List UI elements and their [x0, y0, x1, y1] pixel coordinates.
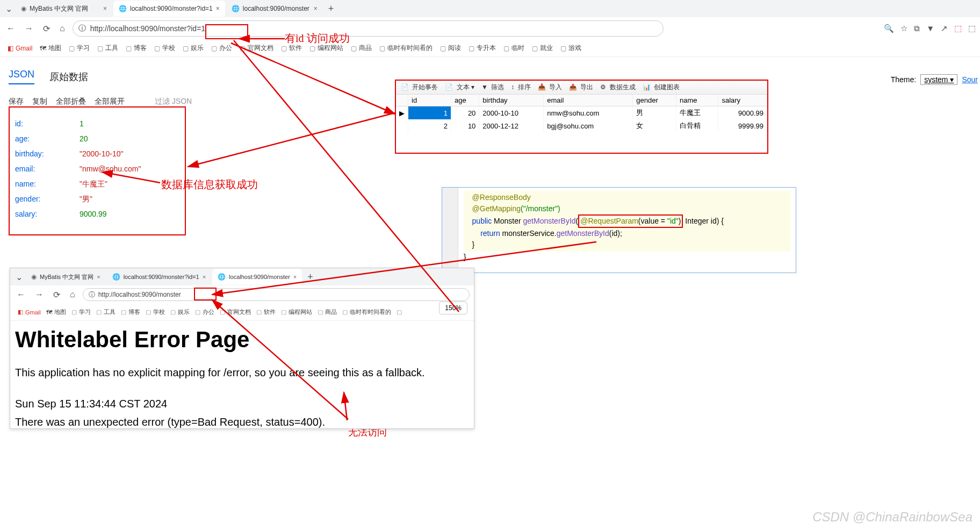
- bm-tool[interactable]: ▢ 工具: [97, 44, 118, 53]
- key-email: email:: [15, 161, 80, 176]
- globe-icon: ◉: [21, 5, 26, 12]
- info-icon: ⓘ: [78, 24, 86, 33]
- theme-bar: Theme: system ▾ Sour: [891, 74, 978, 85]
- tab-raw[interactable]: 原始数据: [49, 70, 88, 83]
- url-id-highlight: [205, 24, 248, 39]
- back-icon[interactable]: ←: [4, 24, 17, 33]
- bm-blog[interactable]: ▢ 博客: [126, 44, 147, 53]
- db-table: idagebirthdayemailgendernamesalary ▶1202…: [396, 95, 767, 132]
- url-bar-2[interactable]: ⓘhttp://localhost:9090/monster: [83, 288, 470, 301]
- btn-sort[interactable]: ↕ 排序: [509, 83, 534, 92]
- btn-text[interactable]: 📄 文本 ▾: [443, 83, 478, 92]
- key-gender: gender:: [15, 191, 80, 206]
- btn-transaction[interactable]: 📄 开始事务: [399, 83, 441, 92]
- bm-goods[interactable]: ▢ 商品: [351, 44, 372, 53]
- filter-input[interactable]: 过滤 JSON: [155, 97, 192, 106]
- bm-job[interactable]: ▢ 就业: [532, 44, 553, 53]
- app-icon[interactable]: ⬚: [954, 24, 962, 33]
- chevron-down-icon[interactable]: ⌄: [3, 4, 15, 14]
- url-bar[interactable]: ⓘhttp://localhost:9090/monster?id=1: [73, 20, 664, 37]
- code-body: @ResponseBody @GetMapping("/monster") pu…: [442, 188, 796, 266]
- json-output: id:1 age:20 birthday:"2000-10-10" email:…: [9, 106, 186, 235]
- ext-icon[interactable]: ↗: [941, 24, 948, 33]
- json-viewer-tabs: JSON 原始数据: [9, 69, 88, 84]
- btn-import[interactable]: 📥 导入: [536, 83, 565, 92]
- new-tab-button[interactable]: +: [324, 3, 338, 15]
- bm-tmp[interactable]: ▢ 临时有时间看的: [379, 44, 433, 53]
- error-heading: Whitelabel Error Page: [15, 321, 425, 363]
- error-text2: There was an unexpected error (type=Bad …: [15, 413, 425, 431]
- back-icon[interactable]: ←: [15, 290, 27, 299]
- key-name: name:: [15, 176, 80, 191]
- new-tab-button[interactable]: +: [303, 271, 318, 283]
- json-viewer-tools: 保存 复制 全部折叠 全部展开 过滤 JSON: [9, 97, 192, 106]
- bm-read[interactable]: ▢ 阅读: [440, 44, 461, 53]
- bm-game[interactable]: ▢ 游戏: [560, 44, 581, 53]
- chevron-down-icon[interactable]: ⌄: [13, 272, 25, 282]
- globe-icon: 🌐: [119, 5, 127, 12]
- star-icon[interactable]: ☆: [900, 24, 907, 33]
- tab-json[interactable]: JSON: [9, 69, 34, 84]
- tab-mybatis[interactable]: ◉MyBatis 中文网 官网×: [16, 1, 112, 17]
- bookmarks-bar-2: ◧ Gmail 🗺 地图 ▢ 学习 ▢ 工具 ▢ 博客 ▢ 学校 ▢ 娱乐 ▢ …: [10, 304, 474, 321]
- requestparam-highlight: @RequestParam(value = "id"): [578, 214, 683, 228]
- bm-school[interactable]: ▢ 学校: [154, 44, 175, 53]
- table-row[interactable]: ▶1202000-10-10nmw@sohu.com男牛魔王9000.99: [396, 106, 767, 120]
- forward-icon[interactable]: →: [33, 290, 46, 299]
- bm-tmp2[interactable]: ▢ 临时: [503, 44, 524, 53]
- gutter: [442, 188, 458, 273]
- close-icon[interactable]: ×: [216, 5, 220, 12]
- error-text1: This application has no explicit mapping…: [15, 363, 425, 382]
- bm-office[interactable]: ▢ 办公: [211, 44, 232, 53]
- btn-gen[interactable]: ⚙ 数据生成: [599, 83, 638, 92]
- collapse-all-button[interactable]: 全部折叠: [56, 97, 86, 106]
- filter-icon[interactable]: ▼: [926, 24, 934, 33]
- bookmarks-bar: ◧ Gmail 🗺 地图 ▢ 学习 ▢ 工具 ▢ 博客 ▢ 学校 ▢ 娱乐 ▢ …: [0, 40, 980, 57]
- tab2-monster[interactable]: 🌐localhost:9090/monster×: [212, 269, 302, 285]
- sour-link[interactable]: Sour: [962, 75, 978, 84]
- key-age: age:: [15, 131, 80, 146]
- key-birthday: birthday:: [15, 146, 80, 161]
- key-salary: salary:: [15, 206, 80, 221]
- globe-icon: 🌐: [232, 5, 240, 12]
- copy-button[interactable]: 复制: [32, 97, 47, 106]
- btn-export[interactable]: 📤 导出: [567, 83, 596, 92]
- save-button[interactable]: 保存: [9, 97, 24, 106]
- code-editor: @ResponseBody @GetMapping("/monster") pu…: [442, 187, 796, 273]
- toolbar-right: 🔍 ☆ ⧉ ▼ ↗ ⬚ ⬚: [884, 24, 976, 33]
- bm-docs[interactable]: ▢ 官网文档: [240, 44, 273, 53]
- tab2-mybatis[interactable]: ◉MyBatis 中文网 官网×: [26, 269, 106, 285]
- home-icon[interactable]: ⌂: [68, 290, 77, 299]
- reload-icon[interactable]: ⟳: [51, 290, 62, 300]
- reload-icon[interactable]: ⟳: [41, 24, 52, 34]
- copy-icon[interactable]: ⧉: [914, 24, 920, 33]
- puzzle-icon[interactable]: ⬚: [968, 24, 976, 33]
- home-icon[interactable]: ⌂: [57, 24, 67, 33]
- bm-ent[interactable]: ▢ 娱乐: [183, 44, 204, 53]
- bm-gmail[interactable]: ◧ Gmail: [8, 45, 32, 52]
- browser-chrome: ⌄ ◉MyBatis 中文网 官网× 🌐localhost:9090/monst…: [0, 0, 980, 63]
- tab-strip: ⌄ ◉MyBatis 中文网 官网× 🌐localhost:9090/monst…: [0, 0, 980, 17]
- bm-map[interactable]: 🗺 地图: [40, 44, 61, 53]
- annotation-db-ok: 数据库信息获取成功: [161, 177, 258, 192]
- tab-monster[interactable]: 🌐localhost:9090/monster×: [226, 1, 323, 17]
- zoom-badge[interactable]: 150%: [439, 302, 467, 314]
- btn-chart[interactable]: 📊 创建图表: [641, 83, 683, 92]
- tab-monster-id[interactable]: 🌐localhost:9090/monster?id=1×: [113, 1, 225, 17]
- db-toolbar: 📄 开始事务 📄 文本 ▾ ▼ 筛选 ↕ 排序 📥 导入 📤 导出 ⚙ 数据生成…: [396, 81, 767, 95]
- bm-up[interactable]: ▢ 专升本: [469, 44, 496, 53]
- close-icon[interactable]: ×: [103, 5, 107, 12]
- btn-filter[interactable]: ▼ 筛选: [480, 83, 507, 92]
- tab-strip-2: ⌄ ◉MyBatis 中文网 官网× 🌐localhost:9090/monst…: [10, 268, 474, 285]
- svg-line-3: [188, 113, 395, 167]
- url2-highlight: [194, 288, 217, 300]
- search-icon[interactable]: 🔍: [884, 24, 894, 33]
- tab2-id[interactable]: 🌐localhost:9090/monster?id=1×: [107, 269, 211, 285]
- expand-all-button[interactable]: 全部展开: [95, 97, 125, 106]
- close-icon[interactable]: ×: [314, 5, 318, 12]
- bm-study[interactable]: ▢ 学习: [69, 44, 90, 53]
- table-row[interactable]: 2102000-12-12bgj@sohu.com女白骨精9999.99: [396, 119, 767, 132]
- forward-icon[interactable]: →: [23, 24, 35, 33]
- theme-select[interactable]: system ▾: [920, 74, 957, 85]
- watermark: CSDN @ChinaRainbowSea: [812, 510, 972, 525]
